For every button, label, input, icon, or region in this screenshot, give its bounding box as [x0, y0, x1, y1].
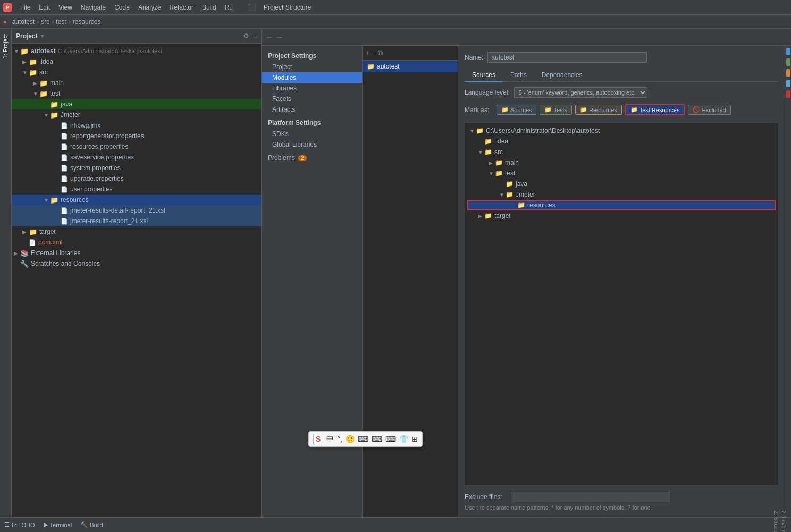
menu-run[interactable]: Ru — [221, 2, 237, 13]
tree-item-upgrade[interactable]: 📄 upgrade.properties — [12, 173, 261, 184]
settings-item-sdks[interactable]: SDKs — [262, 129, 362, 139]
src-tree-java[interactable]: 📁 java — [467, 179, 776, 189]
status-build-label: Build — [90, 522, 103, 528]
exclude-input[interactable] — [511, 492, 670, 502]
remove-module-button[interactable]: − — [372, 49, 376, 57]
src-tree-test[interactable]: ▼ 📁 test — [467, 168, 776, 179]
ime-dot-button[interactable]: °, — [337, 435, 342, 443]
mark-test-resources-button[interactable]: 📁 Test Resources — [625, 104, 685, 115]
sidebar-project-tab[interactable]: 1: Project — [0, 29, 11, 64]
lang-level-select[interactable]: 5 - 'enum' keyword, generics, autoboxing… — [514, 87, 647, 98]
src-tree-root[interactable]: ▼ 📁 C:\Users\Administrator\Desktop\autot… — [467, 125, 776, 136]
status-terminal[interactable]: ▶ Terminal — [44, 521, 72, 528]
color-badge-excluded[interactable] — [786, 90, 790, 98]
tree-item-jmeter[interactable]: ▼ 📁 Jmeter — [12, 109, 261, 120]
project-dropdown-icon[interactable]: ▼ — [40, 33, 45, 39]
tab-sources[interactable]: Sources — [465, 69, 503, 82]
tree-item-src[interactable]: ▼ 📁 src — [12, 67, 261, 78]
color-badge-sources[interactable] — [786, 48, 790, 55]
ime-keyboard3-button[interactable]: ⌨ — [385, 435, 396, 443]
ime-keyboard2-button[interactable]: ⌨ — [372, 435, 382, 443]
settings-icon[interactable]: ⚙ — [243, 32, 249, 40]
tab-paths[interactable]: Paths — [503, 69, 534, 82]
color-badge-tests[interactable] — [786, 58, 790, 66]
mark-sources-button[interactable]: 📁 Sources — [497, 105, 536, 115]
tree-item-java[interactable]: 📁 java — [12, 99, 261, 109]
src-tree-main[interactable]: ▶ 📁 main — [467, 157, 776, 168]
color-badge-resources[interactable] — [786, 69, 790, 77]
settings-item-facets[interactable]: Facets — [262, 94, 362, 104]
ime-keyboard1-button[interactable]: ⌨ — [358, 435, 368, 443]
tree-item-main[interactable]: ▶ 📁 main — [12, 78, 261, 88]
tree-item-saveservice[interactable]: 📄 saveservice.properties — [12, 152, 261, 163]
collapse-icon[interactable]: ≡ — [253, 32, 257, 40]
source-tree[interactable]: ▼ 📁 C:\Users\Administrator\Desktop\autot… — [465, 123, 778, 485]
tree-item-autotest[interactable]: ▼ 📁 autotest C:\Users\Administrator\Desk… — [12, 46, 261, 56]
mark-excluded-button[interactable]: 🚫 Excluded — [688, 105, 730, 115]
src-tree-resources[interactable]: 📁 resources — [467, 200, 776, 210]
tree-item-target[interactable]: ▶ 📁 target — [12, 226, 261, 237]
color-badge-test-res[interactable] — [786, 80, 790, 87]
menu-view[interactable]: View — [54, 2, 77, 13]
tree-item-ext-libs[interactable]: ▶ 📚 External Libraries — [12, 248, 261, 258]
menu-navigate[interactable]: Navigate — [77, 2, 110, 13]
ime-shirt-button[interactable]: 👕 — [399, 435, 408, 443]
src-tree-src[interactable]: ▼ 📁 src — [467, 147, 776, 157]
settings-item-modules[interactable]: Modules — [262, 72, 362, 83]
settings-item-artifacts[interactable]: Artifacts — [262, 104, 362, 115]
tree-item-xsl2[interactable]: 📄 jmeter-results-report_21.xsl — [12, 216, 261, 226]
ime-grid-button[interactable]: ⊞ — [411, 435, 418, 443]
src-tree-jmeter[interactable]: ▼ 📁 Jmeter — [467, 189, 776, 200]
module-autotest[interactable]: 📁 autotest — [363, 61, 458, 72]
tree-item-test[interactable]: ▼ 📁 test — [12, 88, 261, 99]
name-input[interactable] — [487, 52, 647, 63]
project-panel-title: Project — [16, 32, 38, 40]
breadcrumb-item-3[interactable]: resources — [71, 18, 103, 26]
menu-build[interactable]: Build — [198, 2, 221, 13]
breadcrumb-item-0[interactable]: autotest — [10, 18, 37, 26]
breadcrumb-item-2[interactable]: test — [54, 18, 68, 26]
tab-dependencies[interactable]: Dependencies — [534, 69, 590, 82]
right-color-bar — [785, 46, 791, 517]
menu-analyze[interactable]: Analyze — [134, 2, 165, 13]
right-tab-favorites[interactable]: 2: Favorites — [781, 511, 787, 532]
mark-tests-button[interactable]: 📁 Tests — [540, 105, 572, 115]
tree-item-pom[interactable]: 📄 pom.xml — [12, 237, 261, 248]
src-tree-idea[interactable]: 📁 .idea — [467, 136, 776, 147]
menu-edit[interactable]: Edit — [35, 2, 54, 13]
status-todo[interactable]: ☰ 6: TODO — [4, 521, 35, 528]
nav-forward-button[interactable]: → — [276, 33, 283, 41]
tree-item-system[interactable]: 📄 system.properties — [12, 163, 261, 173]
tree-item-user[interactable]: 📄 user.properties — [12, 184, 261, 195]
tree-item-idea[interactable]: ▶ 📁 .idea — [12, 56, 261, 67]
project-tree[interactable]: ▼ 📁 autotest C:\Users\Administrator\Desk… — [12, 44, 261, 517]
add-module-button[interactable]: + — [366, 49, 370, 57]
copy-module-button[interactable]: ⧉ — [378, 49, 383, 57]
menu-code[interactable]: Code — [110, 2, 134, 13]
menu-refactor[interactable]: Refactor — [165, 2, 198, 13]
tree-item-scratches[interactable]: 🔧 Scratches and Consoles — [12, 258, 261, 269]
tree-item-resources[interactable]: ▼ 📁 resources — [12, 195, 261, 205]
right-tab-structure[interactable]: Z: Structure — [773, 511, 779, 532]
tree-item-reportgen[interactable]: 📄 reportgenerator.properties — [12, 131, 261, 141]
settings-item-global-libs[interactable]: Global Libraries — [262, 139, 362, 150]
problems-label[interactable]: Problems — [268, 154, 295, 162]
tree-item-xsl1[interactable]: 📄 jmeter-results-detail-report_21.xsl — [12, 205, 261, 216]
ime-emoji-button[interactable]: 🙂 — [346, 435, 355, 443]
src-tree-target[interactable]: ▶ 📁 target — [467, 210, 776, 221]
nav-back-button[interactable]: ← — [266, 33, 273, 41]
status-todo-label: 6: TODO — [12, 522, 35, 528]
tree-item-hhbwg[interactable]: 📄 hhbwg.jmx — [12, 120, 261, 131]
project-panel-header: Project ▼ ⚙ ≡ — [12, 29, 261, 44]
menu-bar: P File Edit View Navigate Code Analyze R… — [0, 0, 791, 15]
mark-resources-button[interactable]: 📁 Resources — [575, 105, 622, 115]
ime-s-button[interactable]: S — [313, 434, 323, 444]
settings-item-project[interactable]: Project — [262, 62, 362, 72]
ime-chinese-button[interactable]: 中 — [326, 434, 334, 444]
tree-item-resources-prop[interactable]: 📄 resources.properties — [12, 141, 261, 152]
settings-item-libraries[interactable]: Libraries — [262, 83, 362, 94]
status-build[interactable]: 🔨 Build — [80, 521, 103, 528]
menu-file[interactable]: File — [16, 2, 35, 13]
breadcrumb-item-1[interactable]: src — [39, 18, 52, 26]
mark-as-row: Mark as: 📁 Sources 📁 Tests 📁 Resources — [465, 104, 778, 115]
